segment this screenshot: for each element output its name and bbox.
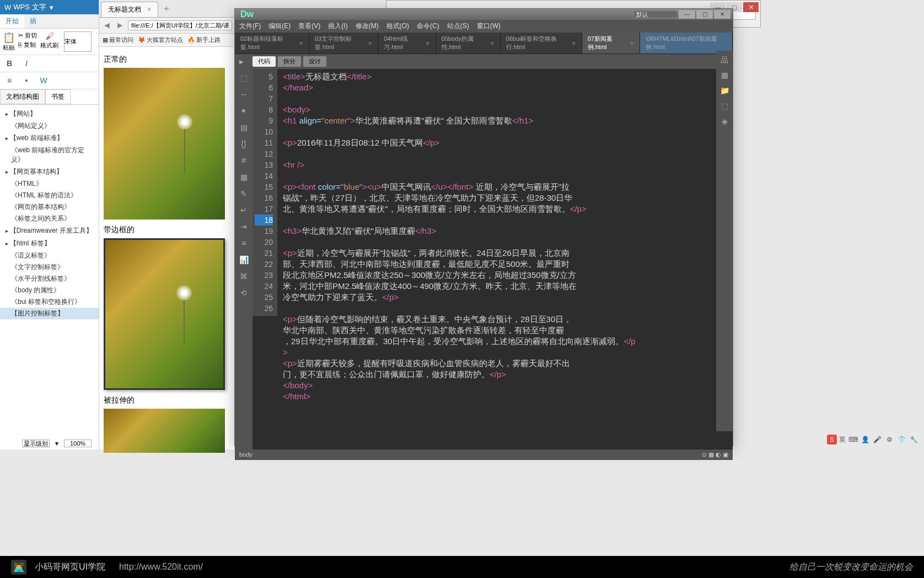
file-tab[interactable]: 04html练习.html×: [378, 33, 436, 53]
wps-tab-insert[interactable]: 插: [24, 14, 42, 28]
font-select[interactable]: [64, 31, 92, 52]
close-button[interactable]: ✕: [743, 2, 759, 12]
menu-item[interactable]: 窗口(W): [477, 22, 501, 31]
bookmark-getting-started[interactable]: 🔥 新手上路: [187, 36, 221, 44]
tab-close-icon[interactable]: ×: [147, 6, 151, 13]
bookmark-firefox[interactable]: 🦊 火狐官方站点: [138, 36, 183, 44]
tab-close-icon[interactable]: ×: [368, 39, 373, 47]
code-editor[interactable]: 567891011121314151617181920212223242526 …: [253, 69, 733, 449]
tool-line-num[interactable]: #: [238, 156, 249, 165]
file-tab[interactable]: 03文字控制标签.html×: [309, 33, 378, 53]
panel-dom-icon[interactable]: ◈: [719, 117, 730, 127]
tray-tool-icon[interactable]: 🔧: [909, 435, 918, 445]
tree-section[interactable]: 【html 标签】: [0, 237, 99, 250]
tree-item[interactable]: 《bui 标签和空格换行》: [0, 296, 99, 308]
tool-format[interactable]: ≡: [238, 239, 249, 248]
align-icon[interactable]: ≡: [2, 74, 17, 87]
tree-item[interactable]: 《文字控制标签》: [0, 261, 99, 273]
tree-item[interactable]: 《HTML 标签的语法》: [0, 190, 99, 201]
tray-skin-icon[interactable]: 👕: [896, 435, 906, 445]
menu-item[interactable]: 修改(M): [356, 22, 379, 31]
tray-mic-icon[interactable]: 🎤: [872, 435, 882, 445]
file-tab[interactable]: 05body的属性.html×: [436, 33, 501, 53]
workspace-select[interactable]: [633, 10, 678, 18]
tray-user-icon[interactable]: 👤: [860, 435, 870, 445]
tree-item[interactable]: 《web 前端标准的官方定义》: [0, 144, 99, 165]
browser-tab[interactable]: 无标题文档 ×: [101, 2, 158, 17]
tree-item[interactable]: 【图片控制标签】: [0, 308, 99, 319]
tree-item[interactable]: 《标签之间的关系》: [0, 213, 99, 224]
format-painter-icon[interactable]: 🖌: [45, 31, 54, 41]
zoom-value-input[interactable]: [64, 440, 92, 447]
tool-indent[interactable]: ⇥: [238, 222, 249, 231]
menu-item[interactable]: 格式(O): [386, 22, 409, 31]
panel-insert-icon[interactable]: 品: [719, 55, 730, 65]
ime-lang-label[interactable]: 英: [839, 435, 846, 445]
sogou-ime-icon[interactable]: S: [827, 435, 837, 445]
italic-button[interactable]: I: [19, 57, 34, 70]
tool-open-docs[interactable]: ⬚: [238, 73, 249, 82]
new-tab-button[interactable]: +: [159, 2, 173, 17]
menu-item[interactable]: 文件(F): [239, 22, 261, 31]
tree-section[interactable]: 【网页基本结构】: [0, 165, 99, 178]
tool-snippet[interactable]: ⌘: [238, 272, 249, 281]
dom-path[interactable]: body: [239, 451, 253, 458]
bullet-icon[interactable]: •: [19, 74, 34, 87]
tool-code-nav[interactable]: ▤: [238, 123, 249, 132]
tool-balance[interactable]: {}: [238, 140, 249, 148]
tab-close-icon[interactable]: ×: [572, 39, 576, 47]
bold-button[interactable]: B: [2, 57, 17, 70]
tree-section[interactable]: 【Dreamweaver 开发工具】: [0, 224, 99, 237]
menu-item[interactable]: 编辑(E): [268, 22, 291, 31]
tree-item[interactable]: 《网页的基本结构》: [0, 201, 99, 213]
tab-close-icon[interactable]: ×: [490, 39, 495, 47]
tab-close-icon[interactable]: ×: [630, 39, 635, 47]
menu-item[interactable]: 查看(V): [298, 22, 320, 31]
tree-item[interactable]: 《水平分割线标签》: [0, 273, 99, 285]
view-tab-代码[interactable]: 代码: [253, 56, 276, 67]
tree-section[interactable]: 【web 前端标准】: [0, 132, 99, 144]
tool-highlight[interactable]: ▦: [238, 173, 249, 181]
menu-item[interactable]: 命令(C): [417, 22, 439, 31]
tree-item[interactable]: 《body 的属性》: [0, 285, 99, 296]
dw-close-button[interactable]: ✕: [714, 10, 730, 19]
tab-close-icon[interactable]: ×: [299, 39, 303, 47]
word-icon[interactable]: W: [36, 74, 51, 87]
tree-item[interactable]: 《网站定义》: [0, 120, 99, 132]
tool-select[interactable]: ✦: [238, 106, 249, 115]
panel-files-icon[interactable]: 📁: [719, 86, 730, 96]
file-tab[interactable]: 07新闻案例.html×: [582, 33, 641, 53]
tree-section[interactable]: 【网站】: [0, 108, 99, 120]
file-tab[interactable]: 02标题和段落标签.html×: [235, 33, 309, 53]
zoom-label-input[interactable]: [22, 440, 50, 447]
paste-icon[interactable]: 📋: [3, 31, 15, 44]
bookmark-tab[interactable]: 书签: [45, 89, 71, 104]
bookmark-most-visited[interactable]: ▦ 最常访问: [103, 36, 133, 44]
dw-min-button[interactable]: —: [679, 10, 695, 19]
tray-keyboard-icon[interactable]: ⌨: [848, 435, 858, 445]
tool-collapse[interactable]: ↔: [238, 90, 249, 99]
tool-syntax[interactable]: ✎: [238, 189, 249, 198]
tree-item[interactable]: 《HTML》: [0, 178, 99, 190]
tray-settings-icon[interactable]: ⚙: [884, 435, 894, 445]
dw-max-button[interactable]: ▢: [696, 10, 713, 19]
panel-assets-icon[interactable]: ⬚: [719, 101, 730, 111]
forward-button[interactable]: ►: [115, 20, 126, 31]
view-tab-设计[interactable]: 设计: [303, 56, 326, 67]
structure-tab[interactable]: 文档结构图: [0, 89, 45, 104]
file-tab[interactable]: 06bui标签和空格换行.html×: [501, 33, 582, 53]
back-button[interactable]: ◄: [101, 20, 112, 31]
copy-button[interactable]: ⎘ 复制: [18, 41, 37, 49]
tool-recent[interactable]: ⟲: [238, 288, 249, 297]
menu-item[interactable]: 插入(I): [328, 22, 347, 31]
tool-wrap[interactable]: ↵: [238, 206, 249, 215]
menu-item[interactable]: 站点(S): [447, 22, 469, 31]
tree-item[interactable]: 《语义标签》: [0, 250, 99, 261]
view-tab-拆分[interactable]: 拆分: [278, 56, 301, 67]
panel-css-icon[interactable]: ▦: [719, 71, 730, 81]
expand-icon[interactable]: ▸: [239, 56, 250, 67]
tool-chart[interactable]: 📊: [238, 255, 249, 264]
cut-button[interactable]: ✂ 剪切: [18, 31, 37, 40]
url-bar[interactable]: [128, 20, 232, 30]
wps-tab-start[interactable]: 开始: [0, 14, 24, 28]
